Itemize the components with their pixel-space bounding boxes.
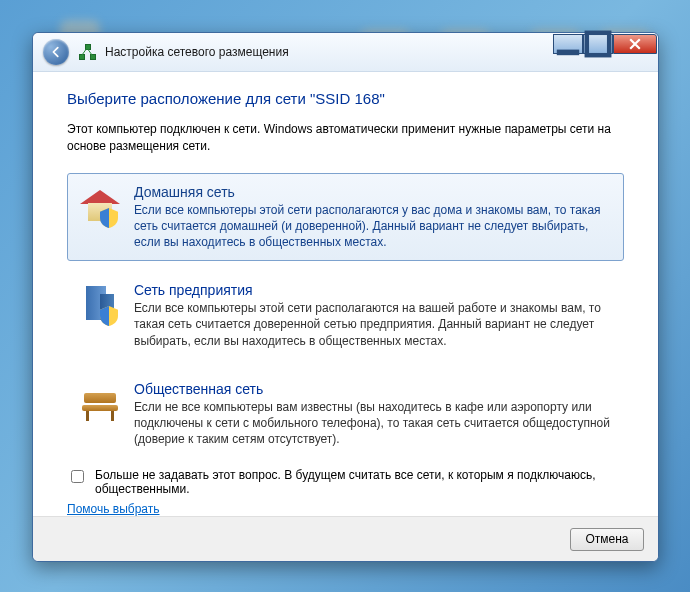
dont-ask-label[interactable]: Больше не задавать этот вопрос. В будуще…: [95, 468, 624, 496]
building-icon: [78, 282, 122, 326]
arrow-left-icon: [49, 45, 63, 59]
close-button[interactable]: [613, 34, 657, 54]
option-home-network[interactable]: Домашняя сеть Если все компьютеры этой с…: [67, 173, 624, 262]
back-button[interactable]: [43, 39, 69, 65]
dont-ask-row: Больше не задавать этот вопрос. В будуще…: [67, 468, 624, 496]
shield-icon: [100, 208, 118, 228]
option-work-network[interactable]: Сеть предприятия Если все компьютеры это…: [67, 271, 624, 360]
option-title: Сеть предприятия: [134, 282, 613, 298]
maximize-button[interactable]: [583, 34, 613, 54]
cancel-button[interactable]: Отмена: [570, 528, 644, 551]
page-title: Выберите расположение для сети "SSID 168…: [67, 90, 624, 107]
network-icon: [79, 44, 95, 60]
home-icon: [78, 184, 122, 228]
dont-ask-checkbox[interactable]: [71, 470, 84, 483]
dialog-body: Выберите расположение для сети "SSID 168…: [33, 72, 658, 516]
dialog-footer: Отмена: [33, 516, 658, 561]
window-controls: [553, 34, 657, 54]
shield-icon: [100, 306, 118, 326]
option-desc: Если не все компьютеры вам известны (вы …: [134, 399, 613, 448]
intro-text: Этот компьютер подключен к сети. Windows…: [67, 121, 624, 155]
svg-rect-1: [587, 33, 609, 55]
svg-rect-0: [557, 50, 579, 56]
option-desc: Если все компьютеры этой сети располагаю…: [134, 202, 613, 251]
help-link[interactable]: Помочь выбрать: [67, 502, 160, 516]
bench-icon: [78, 381, 122, 425]
dialog-window: Настройка сетевого размещения Выберите р…: [32, 32, 659, 562]
minimize-button[interactable]: [553, 34, 583, 54]
option-title: Общественная сеть: [134, 381, 613, 397]
option-desc: Если все компьютеры этой сети располагаю…: [134, 300, 613, 349]
option-public-network[interactable]: Общественная сеть Если не все компьютеры…: [67, 370, 624, 459]
option-title: Домашняя сеть: [134, 184, 613, 200]
dialog-title: Настройка сетевого размещения: [105, 45, 289, 59]
